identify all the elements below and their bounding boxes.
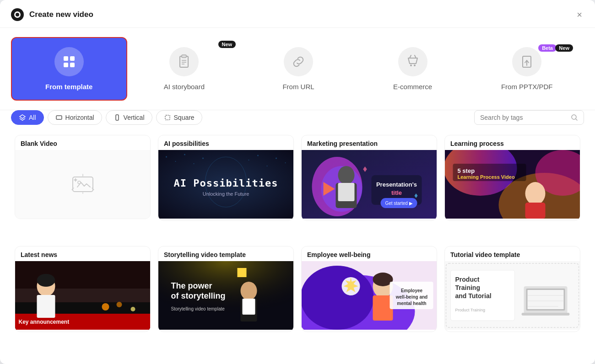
option-ai-storyboard[interactable]: New AI storyboard [127, 37, 242, 101]
template-card-learning[interactable]: Learning process [444, 135, 580, 221]
filter-square[interactable]: Square [156, 110, 202, 125]
svg-text:Storytelling video template: Storytelling video template [171, 306, 225, 311]
template-cell-latest-news: Latest news Key announcement [11, 242, 154, 353]
close-button[interactable]: × [575, 8, 584, 21]
latest-news-thumb: Key announcement [15, 261, 150, 330]
wellbeing-title: Employee well-being [302, 246, 437, 261]
svg-text:Training: Training [455, 284, 480, 291]
svg-text:Learning Process Video: Learning Process Video [458, 174, 515, 180]
template-grid: Blank Video AI possibilities [0, 131, 595, 364]
link-icon [290, 54, 307, 70]
svg-rect-67 [37, 295, 55, 318]
svg-point-63 [131, 307, 135, 311]
svg-rect-102 [522, 313, 570, 316]
svg-rect-1 [70, 56, 75, 61]
template-cell-blank: Blank Video [11, 131, 154, 242]
template-card-tutorial[interactable]: Tutorial video template Product Training… [444, 246, 580, 332]
option-from-template[interactable]: From template [11, 37, 127, 101]
svg-point-22 [166, 156, 167, 158]
svg-point-68 [37, 274, 55, 287]
svg-rect-60 [15, 289, 150, 302]
vertical-icon [114, 114, 121, 121]
filter-vertical[interactable]: Vertical [106, 110, 152, 125]
svg-rect-15 [116, 115, 119, 120]
from-url-icon-wrap [284, 47, 313, 76]
from-template-label: From template [45, 83, 92, 91]
svg-point-61 [102, 303, 109, 310]
learning-title: Learning process [445, 135, 580, 150]
template-card-marketing[interactable]: Marketing presentation [301, 135, 437, 221]
template-cell-learning: Learning process [441, 131, 584, 242]
svg-point-31 [285, 162, 286, 163]
svg-rect-14 [56, 116, 62, 119]
search-input[interactable] [480, 114, 567, 121]
template-card-storytelling[interactable]: Storytelling video template [158, 246, 294, 332]
filter-all-label: All [29, 114, 36, 121]
template-card-wellbeing[interactable]: Employee well-being [301, 246, 437, 332]
creation-options-row: From template New AI storyboard [0, 28, 595, 110]
tutorial-title: Tutorial video template [445, 246, 580, 261]
modal-header: Create new video × [0, 0, 595, 28]
svg-text:and Tutorial: and Tutorial [455, 292, 492, 300]
search-icon [571, 114, 578, 121]
blank-video-title: Blank Video [15, 135, 150, 150]
option-from-pptx[interactable]: Beta New From PPTX/PDF [470, 37, 584, 101]
ai-storyboard-label: AI storyboard [164, 83, 205, 91]
ai-possibilities-title: AI possibilities [158, 135, 293, 150]
svg-point-72 [241, 282, 257, 300]
svg-point-28 [257, 155, 259, 156]
svg-text:well-being and: well-being and [395, 294, 427, 300]
svg-point-39 [338, 166, 355, 184]
grid-icon [61, 54, 77, 70]
pptx-badge-new: New [555, 44, 573, 52]
learning-thumb: 5 step Learning Process Video [445, 150, 580, 219]
svg-point-56 [525, 182, 546, 205]
svg-point-29 [267, 166, 268, 166]
template-card-blank[interactable]: Blank Video [15, 135, 151, 219]
svg-text:mental health: mental health [397, 301, 426, 306]
option-from-url[interactable]: From URL [241, 37, 356, 101]
filter-square-label: Square [174, 114, 195, 121]
svg-point-27 [249, 160, 249, 161]
template-card-latest-news[interactable]: Latest news Key announcement [15, 246, 151, 332]
square-icon [164, 114, 171, 121]
svg-point-10 [414, 64, 416, 66]
svg-text:Get started ▶: Get started ▶ [385, 201, 412, 206]
basket-icon [405, 54, 421, 70]
template-cell-wellbeing: Employee well-being [298, 242, 441, 353]
horizontal-icon [55, 114, 63, 121]
svg-rect-3 [70, 63, 75, 67]
ecommerce-icon-wrap [398, 47, 427, 76]
svg-rect-71 [238, 268, 247, 277]
svg-text:Employee: Employee [401, 288, 423, 293]
blank-video-thumb [15, 150, 150, 219]
svg-point-9 [410, 64, 412, 66]
create-video-modal: Create new video × From template New [0, 0, 595, 364]
svg-point-23 [175, 161, 176, 162]
svg-rect-57 [525, 203, 546, 219]
layers-icon [19, 114, 26, 121]
svg-point-26 [202, 158, 204, 159]
wellbeing-thumb: Employee well-being and mental health [302, 261, 437, 330]
upload-doc-icon [519, 54, 535, 70]
marketing-title: Marketing presentation [302, 135, 437, 150]
app-logo [11, 8, 24, 21]
svg-text:title: title [391, 189, 402, 196]
template-cell-tutorial: Tutorial video template Product Training… [441, 242, 584, 353]
svg-text:5 step: 5 step [458, 167, 475, 174]
template-cell-ai-possibilities: AI possibilities [154, 131, 298, 242]
svg-point-62 [117, 302, 122, 307]
option-ecommerce[interactable]: E-commerce [356, 37, 470, 101]
search-wrap [474, 110, 584, 125]
filter-all[interactable]: All [11, 110, 44, 125]
svg-line-18 [576, 119, 577, 120]
svg-text:Unlocking the Future: Unlocking the Future [203, 191, 249, 197]
svg-text:AI Possibilities: AI Possibilities [174, 177, 278, 189]
filter-bar: All Horizontal Vertical Square [0, 110, 595, 131]
tutorial-thumb: Product Training and Tutorial Product Tr… [445, 261, 580, 330]
filter-horizontal[interactable]: Horizontal [48, 110, 102, 125]
svg-marker-13 [20, 115, 25, 118]
template-card-ai-possibilities[interactable]: AI possibilities [158, 135, 294, 221]
from-template-icon-wrap [54, 47, 84, 76]
svg-point-25 [194, 163, 195, 164]
